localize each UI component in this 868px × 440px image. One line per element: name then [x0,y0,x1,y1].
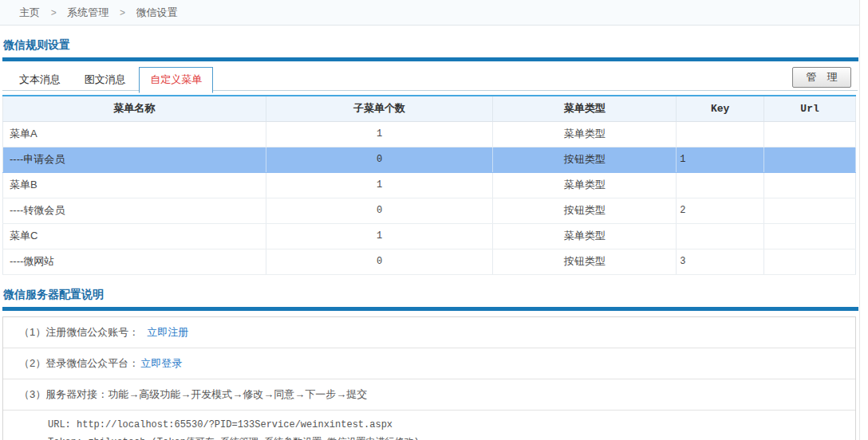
server-url-line: URL: http://localhost:65530/?PID=133Serv… [48,416,855,434]
column-header-menu-type: 菜单类型 [493,96,677,121]
breadcrumb-item-home[interactable]: 主页 [19,6,40,18]
page: 主页 > 系统管理 > 微信设置 微信规则设置 文本消息 图文消息 自定义菜单 … [0,0,860,440]
main-content: 微信规则设置 文本消息 图文消息 自定义菜单 管 理 菜单名称 子菜单个数 菜单… [0,38,859,440]
section-title-underline [2,307,858,311]
table-row[interactable]: 菜单A 1 菜单类型 [3,121,856,147]
column-header-menu-name: 菜单名称 [3,96,266,121]
manage-button[interactable]: 管 理 [792,67,851,88]
register-now-link[interactable]: 立即注册 [147,326,188,338]
table-row[interactable]: ----申请会员 0 按钮类型 1 [3,147,856,172]
server-config-box: （1）注册微信公众账号：立即注册 （2）登录微信公众平台：立即登录 （3）服务器… [2,316,856,440]
table-row[interactable]: 菜单B 1 菜单类型 [3,172,856,198]
config-step-register-text: （1）注册微信公众账号： [19,326,139,338]
config-connection-details: URL: http://localhost:65530/?PID=133Serv… [3,411,855,440]
table-header-row: 菜单名称 子菜单个数 菜单类型 Key Url [3,96,856,121]
breadcrumb-item-system-management[interactable]: 系统管理 [67,6,108,18]
column-header-url: Url [764,96,856,121]
section-title-underline [2,57,858,61]
custom-menu-table: 菜单名称 子菜单个数 菜单类型 Key Url 菜单A 1 菜单类型 [2,95,856,275]
config-step-connect-text: （3）服务器对接：功能→高级功能→开发模式→修改→同意→下一步→提交 [19,388,367,400]
server-token-line: Token: zhiluotech (Token值可在 系统管理→系统参数设置→… [48,434,855,440]
table-row[interactable]: ----转微会员 0 按钮类型 2 [3,198,856,223]
table-row[interactable]: ----微网站 0 按钮类型 3 [3,249,856,274]
tab-image-text-message[interactable]: 图文消息 [74,68,136,92]
section-title-server-config: 微信服务器配置说明 [3,288,858,302]
table-row[interactable]: 菜单C 1 菜单类型 [3,223,856,249]
config-step-login-text: （2）登录微信公众平台： [19,357,139,369]
tab-bar: 文本消息 图文消息 自定义菜单 管 理 [2,66,858,91]
breadcrumb-separator-icon: > [51,7,57,18]
login-now-link[interactable]: 立即登录 [140,357,182,369]
config-step-connect: （3）服务器对接：功能→高级功能→开发模式→修改→同意→下一步→提交 [3,379,855,411]
column-header-submenu-count: 子菜单个数 [266,96,493,121]
breadcrumb-item-wechat-settings: 微信设置 [136,6,178,18]
column-header-key: Key [677,96,764,121]
tab-text-message[interactable]: 文本消息 [9,68,71,92]
section-title-wechat-rules: 微信规则设置 [3,38,858,53]
breadcrumb-separator-icon: > [120,7,125,18]
config-step-login: （2）登录微信公众平台：立即登录 [3,348,855,379]
config-step-register: （1）注册微信公众账号：立即注册 [3,317,855,348]
tab-custom-menu[interactable]: 自定义菜单 [139,67,213,93]
breadcrumb: 主页 > 系统管理 > 微信设置 [0,0,859,26]
